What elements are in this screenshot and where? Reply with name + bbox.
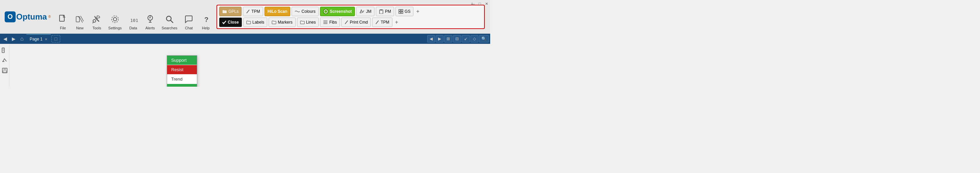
lines-dropdown: Support Resist Trend UpArrow DnArrow — [167, 55, 197, 86]
page-1-tab-close[interactable]: ✕ — [45, 38, 47, 41]
logo-area: O Optuma ® — [3, 0, 55, 33]
close-icon: ✕ — [485, 2, 488, 6]
svg-line-33 — [345, 20, 348, 24]
hilo-label: HiLo Scan — [267, 9, 288, 14]
pm-icon — [379, 9, 383, 14]
left-tool-edit[interactable] — [1, 57, 8, 64]
close-toolbar-button[interactable]: Close — [219, 17, 242, 27]
dropdown-uparrow[interactable]: UpArrow — [167, 84, 197, 86]
print-cmd-button[interactable]: Print Cmd — [341, 17, 371, 27]
app-title: Optuma ® — [16, 12, 51, 22]
left-tool-menu[interactable] — [1, 47, 8, 54]
pm-button[interactable]: PM — [376, 7, 394, 16]
gs-icon — [398, 9, 403, 14]
svg-point-10 — [111, 16, 118, 23]
restore-icon: □ — [479, 2, 481, 6]
tpm-label-2: TPM — [380, 20, 389, 25]
screenshot-button[interactable]: Screenshot — [320, 7, 355, 16]
dropdown-trend[interactable]: Trend — [167, 74, 197, 84]
minimize-button[interactable]: — — [471, 2, 475, 6]
print-cmd-label: Print Cmd — [350, 20, 368, 25]
svg-rect-29 — [401, 12, 403, 14]
nav-settings-label: Settings — [108, 26, 122, 30]
left-panel — [0, 44, 10, 86]
toolbar-box: GPLs TPM HiLo Scan Colours — [216, 5, 485, 29]
nav-settings[interactable]: Settings — [105, 13, 124, 31]
screenshot-inner-icon — [325, 10, 327, 13]
nav-alerts[interactable]: Alerts — [142, 13, 158, 31]
markers-button[interactable]: Markers — [269, 17, 295, 27]
colours-button[interactable]: Colours — [291, 7, 318, 16]
dropdown-uparrow-label: UpArrow — [171, 86, 188, 86]
svg-rect-27 — [401, 9, 403, 11]
gpls-button[interactable]: GPLs — [219, 7, 242, 16]
searches-icon — [164, 14, 175, 25]
toolbar-row2-add-button[interactable]: + — [394, 19, 399, 26]
lines-button[interactable]: Lines — [297, 17, 319, 27]
tab-scroll-right-button[interactable]: ▶ — [436, 35, 444, 42]
jm-icon — [359, 9, 365, 14]
tab-home-button[interactable]: ⌂ — [18, 35, 26, 42]
new-tab-button[interactable]: □ — [51, 35, 60, 42]
nav-data[interactable]: 101 010 111 Data — [125, 13, 142, 31]
dropdown-trend-label: Trend — [171, 77, 182, 82]
tab-scroll-left-button[interactable]: ◀ — [427, 35, 435, 42]
top-bar: O Optuma ® File New — [0, 0, 490, 34]
pm-label: PM — [385, 9, 391, 14]
gs-button[interactable]: GS — [395, 7, 414, 16]
tpm-button-1[interactable]: TPM — [243, 7, 263, 16]
jm-button[interactable]: JM — [356, 7, 374, 16]
tab-layout-button[interactable]: ⊟ — [453, 35, 461, 42]
close-toolbar-label: Close — [228, 20, 239, 25]
tools-icon — [91, 14, 102, 25]
nav-alerts-label: Alerts — [145, 26, 155, 30]
tab-search-button[interactable]: 🔍 — [479, 35, 489, 42]
markers-label: Markers — [278, 20, 292, 25]
tab-forward-button[interactable]: ▶ — [10, 35, 18, 42]
tab-action-1[interactable]: ↙ — [462, 35, 470, 42]
tab-grid-button[interactable]: ⊞ — [444, 35, 452, 42]
svg-point-7 — [93, 20, 96, 22]
nav-tools-label: Tools — [92, 26, 101, 30]
svg-line-8 — [93, 22, 93, 23]
nav-help[interactable]: ? Help — [197, 13, 214, 31]
dropdown-support[interactable]: Support — [167, 56, 197, 65]
nav-searches-label: Searches — [162, 26, 177, 30]
svg-line-5 — [80, 17, 83, 23]
nav-tools[interactable]: Tools — [89, 13, 105, 31]
alerts-icon — [145, 14, 156, 25]
svg-line-35 — [376, 20, 379, 24]
dropdown-support-label: Support — [171, 58, 187, 63]
restore-button[interactable]: □ — [477, 2, 482, 6]
lines-label: Lines — [306, 20, 316, 25]
svg-rect-42 — [3, 68, 6, 70]
toolbar-row1-add-button[interactable]: + — [415, 8, 420, 15]
nav-file-label: File — [60, 26, 66, 30]
optuma-logo-icon: O — [4, 11, 16, 23]
tpm-button-2[interactable]: TPM — [372, 17, 392, 27]
svg-text:O: O — [8, 13, 13, 20]
screenshot-circle-icon — [323, 9, 328, 14]
nav-data-label: Data — [129, 26, 137, 30]
lines-folder-icon — [300, 20, 305, 24]
svg-rect-43 — [3, 71, 6, 72]
nav-file[interactable]: File — [55, 13, 71, 31]
hilo-scan-button[interactable]: HiLo Scan — [264, 7, 291, 16]
svg-line-21 — [247, 10, 249, 13]
nav-searches[interactable]: Searches — [159, 13, 180, 31]
left-tool-save[interactable] — [1, 67, 8, 74]
tpm-label-1: TPM — [251, 9, 260, 14]
page-1-tab[interactable]: Page 1 ✕ — [26, 34, 51, 44]
nav-chat[interactable]: Chat — [181, 13, 197, 31]
nav-new[interactable]: New — [72, 13, 88, 31]
tab-action-2[interactable]: ◇ — [471, 35, 478, 42]
tab-back-button[interactable]: ◀ — [2, 35, 9, 42]
toolbar-row-2: Close Labels Markers Lines — [219, 17, 482, 27]
close-button[interactable]: ✕ — [484, 2, 489, 6]
pencil-icon-2 — [375, 20, 379, 25]
chat-icon — [183, 14, 194, 25]
labels-button[interactable]: Labels — [243, 17, 267, 27]
dropdown-resist[interactable]: Resist — [167, 65, 197, 74]
print-cmd-icon — [344, 20, 348, 25]
fibs-button[interactable]: Fibs — [320, 17, 340, 27]
